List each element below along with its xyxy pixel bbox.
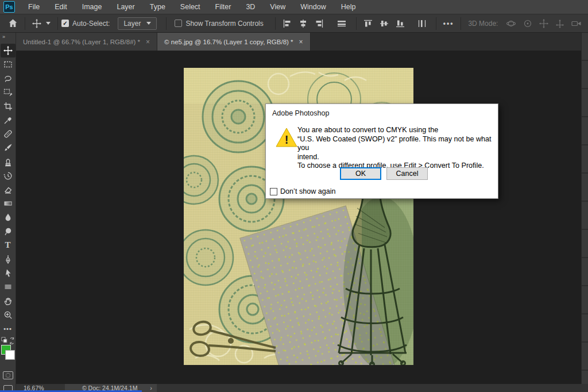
separator <box>356 17 357 30</box>
chevron-down-icon <box>146 22 151 25</box>
blur-tool[interactable] <box>1 210 16 224</box>
photoshop-logo: Ps <box>3 1 15 13</box>
cancel-button[interactable]: Cancel <box>386 167 428 180</box>
menu-select[interactable]: Select <box>173 0 208 14</box>
dress-form-illustration <box>328 197 413 365</box>
message-line: “U.S. Web Coated (SWOP) v2” profile. Thi… <box>297 135 493 153</box>
align-vertical-centers-icon[interactable] <box>376 16 392 32</box>
3d-slide-icon <box>552 16 568 32</box>
pen-tool[interactable] <box>1 252 16 266</box>
tab-title: Untitled-1 @ 66.7% (Layer 1, RGB/8#) * <box>23 39 140 45</box>
close-icon[interactable]: × <box>146 38 150 46</box>
3d-mode-label: 3D Mode: <box>468 20 498 28</box>
brush-tool[interactable] <box>1 141 16 155</box>
dont-show-again-row: Don’t show again <box>270 187 336 195</box>
home-icon[interactable] <box>5 16 21 32</box>
tab-title: © ne5.jpg @ 16.7% (Layer 1 copy, RGB/8) … <box>164 39 293 45</box>
message-line: intend. <box>297 153 493 162</box>
history-brush-tool[interactable] <box>1 169 16 183</box>
layer-dropdown-value: Layer <box>123 20 141 28</box>
move-tool-preset-icon[interactable] <box>29 16 45 32</box>
menu-edit[interactable]: Edit <box>47 0 75 14</box>
separator <box>166 17 167 30</box>
3d-roll-icon <box>520 16 536 32</box>
menu-file[interactable]: File <box>21 0 47 14</box>
collapse-panel-icon[interactable]: » <box>0 33 5 40</box>
dont-show-again-label: Don’t show again <box>280 187 336 195</box>
auto-select-checkbox[interactable]: ✓ <box>61 20 69 27</box>
swap-colors-icon <box>10 337 14 344</box>
object-selection-tool[interactable] <box>1 86 16 99</box>
scissors-illustration <box>188 317 280 363</box>
lasso-tool[interactable] <box>1 71 16 85</box>
show-transform-checkbox[interactable] <box>175 20 182 27</box>
panel-dock-strip[interactable] <box>581 33 588 384</box>
message-line: You are about to convert to CMYK using t… <box>297 126 493 135</box>
edit-toolbar-icon[interactable]: ••• <box>1 322 16 336</box>
menu-layer[interactable]: Layer <box>109 0 142 14</box>
tab-ne5-jpg[interactable]: © ne5.jpg @ 16.7% (Layer 1 copy, RGB/8) … <box>157 33 311 51</box>
menu-help[interactable]: Help <box>334 0 363 14</box>
dodge-tool[interactable] <box>1 225 16 239</box>
rectangular-marquee-tool[interactable] <box>1 57 16 71</box>
gradient-tool[interactable] <box>1 197 16 210</box>
auto-select-label: Auto-Select: <box>72 20 110 28</box>
separator <box>436 17 436 30</box>
path-selection-tool[interactable] <box>1 266 16 280</box>
eraser-tool[interactable] <box>1 183 16 197</box>
separator <box>25 17 25 30</box>
3d-camera-icon <box>568 16 585 32</box>
menu-3d[interactable]: 3D <box>238 0 262 14</box>
close-icon[interactable]: × <box>299 38 303 46</box>
move-tool[interactable] <box>1 44 16 57</box>
hand-tool[interactable] <box>1 294 16 308</box>
show-transform-label: Show Transform Controls <box>185 20 263 28</box>
distribute-vertical-centers-icon[interactable] <box>414 16 430 32</box>
align-right-edges-icon[interactable] <box>311 16 327 32</box>
distribute-horizontal-centers-icon[interactable] <box>333 16 350 32</box>
menu-filter[interactable]: Filter <box>208 0 239 14</box>
quick-mask-button[interactable] <box>3 371 13 379</box>
3d-pan-icon <box>536 16 552 32</box>
align-left-edges-icon[interactable] <box>279 16 295 32</box>
default-colors-icon <box>2 337 7 343</box>
clone-stamp-tool[interactable] <box>1 155 16 169</box>
separator <box>57 17 58 30</box>
menu-window[interactable]: Window <box>293 0 333 14</box>
rectangle-tool[interactable] <box>1 280 16 294</box>
align-horizontal-centers-icon[interactable] <box>295 16 311 32</box>
dialog-message: You are about to convert to CMYK using t… <box>297 126 493 171</box>
options-bar: ✓ Auto-Select: Layer Show Transform Cont… <box>0 14 588 33</box>
spot-healing-brush-tool[interactable] <box>1 127 16 141</box>
align-bottom-edges-icon[interactable] <box>392 16 408 32</box>
type-tool[interactable]: T <box>1 239 16 252</box>
tools-panel: » T <box>0 33 16 392</box>
background-color-swatch[interactable] <box>5 350 15 360</box>
menu-image[interactable]: Image <box>75 0 110 14</box>
dialog-title: Adobe Photoshop <box>272 109 329 117</box>
quick-mask-icon <box>6 373 10 378</box>
adobe-photoshop-dialog: Adobe Photoshop ! You are about to conve… <box>265 103 498 199</box>
menu-view[interactable]: View <box>262 0 293 14</box>
warning-icon: ! <box>276 127 297 148</box>
auto-select-target-dropdown[interactable]: Layer <box>118 17 157 30</box>
separator <box>275 17 276 30</box>
crop-tool[interactable] <box>1 99 16 113</box>
separator <box>461 17 461 30</box>
eyedropper-tool[interactable] <box>1 113 16 127</box>
document-tab-bar: Untitled-1 @ 66.7% (Layer 1, RGB/8#) * ×… <box>16 33 581 51</box>
warning-exclamation: ! <box>285 133 289 146</box>
tab-untitled-1[interactable]: Untitled-1 @ 66.7% (Layer 1, RGB/8#) * × <box>16 33 157 51</box>
foreground-background-swatches <box>1 345 16 367</box>
ok-button[interactable]: OK <box>340 167 381 180</box>
menu-type[interactable]: Type <box>142 0 173 14</box>
menu-bar: Ps File Edit Image Layer Type Select Fil… <box>0 0 588 14</box>
color-controls <box>1 337 15 345</box>
zoom-tool[interactable] <box>1 308 16 322</box>
status-chevron-icon[interactable]: › <box>150 385 152 391</box>
more-options-icon[interactable]: ••• <box>440 16 458 32</box>
dont-show-again-checkbox[interactable] <box>270 188 277 195</box>
chevron-down-icon[interactable] <box>46 22 51 25</box>
3d-orbit-icon <box>502 16 520 32</box>
align-top-edges-icon[interactable] <box>360 16 376 32</box>
